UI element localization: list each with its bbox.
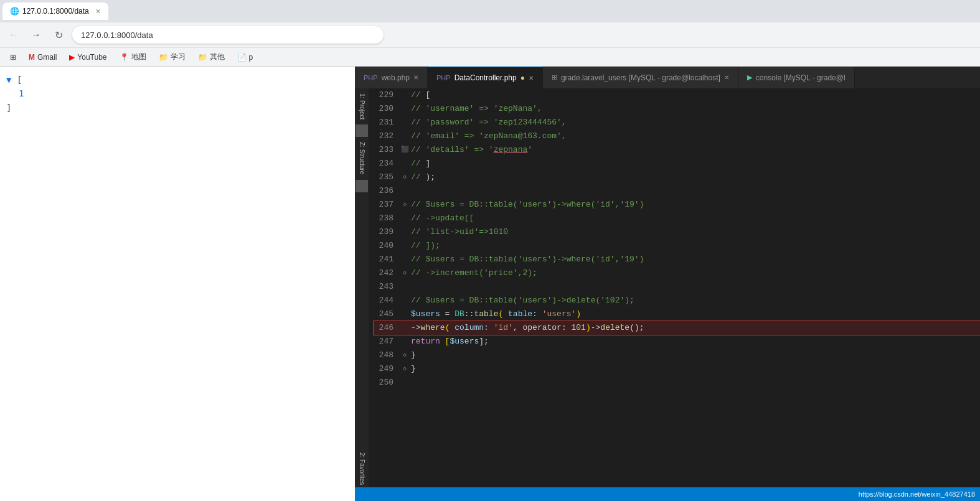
folder-other-icon: 📁 xyxy=(198,53,207,62)
bookmark-folder-other[interactable]: 📁 其他 xyxy=(193,50,230,63)
code-row: 234// ] xyxy=(374,157,980,171)
code-row: 248◇ } xyxy=(374,349,980,362)
code-viewport[interactable]: 229// [230// 'username' => 'zepNana',231… xyxy=(369,88,980,487)
ide-main-area: 1: Project Z: Structure 2: Favorites 229… xyxy=(355,88,980,487)
code-row: 237◇// $users = DB::table('users')->wher… xyxy=(374,198,980,212)
json-value: 1 xyxy=(19,87,349,100)
code-text: // [ xyxy=(411,88,430,102)
tab-label: 127.0.0.1:8000/data xyxy=(22,7,89,16)
ide-tab-web-close[interactable]: ✕ xyxy=(413,74,418,81)
code-text: ->where( column: 'id', operator: 101)->d… xyxy=(411,321,644,335)
ide-tab-dc-close[interactable]: ✕ xyxy=(529,75,534,82)
bookmark-folder-study[interactable]: 📁 学习 xyxy=(154,50,191,63)
code-text: } xyxy=(411,362,416,376)
gutter-icon: ◇ xyxy=(398,198,411,212)
code-row: 231// 'password' => 'zep123444456', xyxy=(374,116,980,129)
ide-status-bar: https://blog.csdn.net/weixin_44827418 xyxy=(355,487,980,501)
gmail-label: Gmail xyxy=(37,53,57,62)
line-number: 247 xyxy=(374,335,398,349)
code-row: 230// 'username' => 'zepNana', xyxy=(374,102,980,116)
bookmark-apps[interactable]: ⊞ xyxy=(5,52,21,63)
youtube-label: YouTube xyxy=(77,53,106,62)
gutter-icon xyxy=(398,280,411,294)
code-row: 246 ->where( column: 'id', operator: 101… xyxy=(374,321,980,335)
gutter-icon: ⬛ xyxy=(398,143,411,157)
gutter-icon xyxy=(398,335,411,349)
project-panel-label[interactable]: 1: Project xyxy=(357,91,367,122)
favorites-panel-label[interactable]: 2: Favorites xyxy=(357,450,367,487)
ide-tab-grade-close[interactable]: ✕ xyxy=(724,74,729,81)
gutter-icon xyxy=(398,212,411,225)
code-row: 247 return [$users]; xyxy=(374,335,980,349)
code-row: 232// 'email' => 'zepNana@163.com', xyxy=(374,129,980,143)
ide-tab-bar: PHP web.php ✕ PHP DataController.php ● ✕… xyxy=(355,67,980,88)
line-number: 246 xyxy=(374,321,398,335)
tab-close-button[interactable]: ✕ xyxy=(95,7,101,16)
code-editor[interactable]: 229// [230// 'username' => 'zepNana',231… xyxy=(369,88,980,487)
code-text: return [$users]; xyxy=(411,335,489,349)
youtube-icon: ▶ xyxy=(69,53,75,62)
code-row: 240// ]); xyxy=(374,239,980,253)
code-row: 245 $users = DB::table( table: 'users') xyxy=(374,307,980,321)
status-url: https://blog.csdn.net/weixin_44827418 xyxy=(859,490,975,498)
bookmark-maps[interactable]: 📍 地图 xyxy=(115,50,151,63)
code-text: // 'password' => 'zep123444456', xyxy=(411,116,567,129)
gutter-icon xyxy=(398,157,411,171)
code-row: 244// $users = DB::table('users')->delet… xyxy=(374,294,980,307)
gutter-icon: ◇ xyxy=(398,362,411,376)
ide-tab-grade-users[interactable]: ⊞ grade.laravel_users [MySQL - grade@loc… xyxy=(543,67,738,88)
other-label: 其他 xyxy=(210,52,225,62)
code-row: 238// ->update([ xyxy=(374,212,980,225)
p-icon: 📄 xyxy=(237,53,247,62)
bookmark-gmail[interactable]: M Gmail xyxy=(24,52,62,63)
maps-label: 地图 xyxy=(131,52,146,62)
bookmark-p[interactable]: 📄 p xyxy=(232,52,258,63)
line-number: 232 xyxy=(374,129,398,143)
line-number: 233 xyxy=(374,143,398,157)
line-number: 238 xyxy=(374,212,398,225)
gutter-icon xyxy=(398,88,411,102)
gutter-icon xyxy=(398,116,411,129)
gutter-icon: ◇ xyxy=(398,171,411,184)
address-input[interactable] xyxy=(72,26,384,44)
gutter-icon: ◇ xyxy=(398,266,411,280)
address-bar: ← → ↻ xyxy=(0,22,980,47)
php-icon: PHP xyxy=(364,74,378,82)
gutter-icon xyxy=(398,239,411,253)
line-number: 240 xyxy=(374,239,398,253)
gutter-icon: ◇ xyxy=(398,349,411,362)
line-number: 243 xyxy=(374,280,398,294)
gutter-toggle-1[interactable] xyxy=(356,124,368,137)
code-row: 249◇} xyxy=(374,362,980,376)
db-icon-2: ▶ xyxy=(747,73,752,82)
bookmark-youtube[interactable]: ▶ YouTube xyxy=(64,52,111,63)
ide-tab-web-label: web.php xyxy=(382,73,410,82)
code-text: // ]); xyxy=(411,239,440,253)
code-text: // 'email' => 'zepNana@163.com', xyxy=(411,129,567,143)
ide-tab-web[interactable]: PHP web.php ✕ xyxy=(355,67,428,88)
code-row: 236 xyxy=(374,184,980,198)
structure-panel-label[interactable]: Z: Structure xyxy=(357,139,367,177)
ide-tab-datacontroller-label: DataController.php xyxy=(455,73,517,82)
ide-tab-console[interactable]: ▶ console [MySQL - grade@l xyxy=(738,67,855,88)
code-row: 233⬛// 'details' => 'zepnana' xyxy=(374,143,980,157)
gutter-icon xyxy=(398,102,411,116)
gutter-icon xyxy=(398,253,411,266)
browser-tab-active[interactable]: 🌐 127.0.0.1:8000/data ✕ xyxy=(2,2,108,20)
line-number: 244 xyxy=(374,294,398,307)
code-text: $users = DB::table( table: 'users') xyxy=(411,307,581,321)
ide-tab-datacontroller[interactable]: PHP DataController.php ● ✕ xyxy=(428,67,543,88)
gutter-icon xyxy=(398,307,411,321)
modified-dot: ● xyxy=(521,73,525,82)
forward-button[interactable]: → xyxy=(27,26,45,44)
json-line-close: ] xyxy=(6,101,349,115)
bookmarks-bar: ⊞ M Gmail ▶ YouTube 📍 地图 📁 学习 📁 其他 📄 p xyxy=(0,47,980,66)
line-number: 250 xyxy=(374,376,398,390)
code-text: // $users = DB::table('users')->delete('… xyxy=(411,294,634,307)
gutter-toggle-2[interactable] xyxy=(356,180,368,192)
ide-side-gutter: 1: Project Z: Structure 2: Favorites xyxy=(355,88,369,487)
reload-button[interactable]: ↻ xyxy=(50,26,67,44)
json-collapse-icon[interactable]: ▼ xyxy=(6,75,11,85)
back-button[interactable]: ← xyxy=(5,26,22,44)
p-label: p xyxy=(249,53,253,62)
